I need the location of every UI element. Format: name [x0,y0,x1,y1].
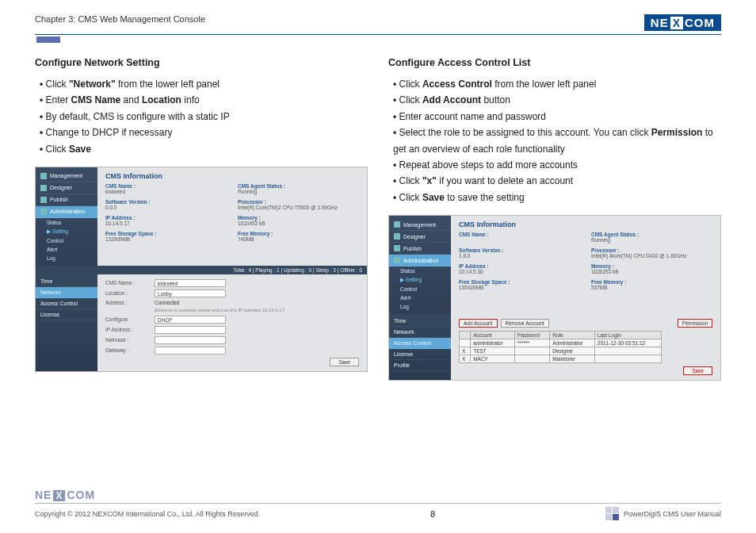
sub-alert[interactable]: Alert [389,293,451,302]
left-screenshot: Management Designer Publish Administrati… [35,167,368,372]
sub-log[interactable]: Log [36,254,97,263]
gear-icon [40,209,47,215]
copyright: Copyright © 2012 NEXCOM International Co… [35,510,260,518]
manual-name: PowerDigiS CMS User Manual [624,510,721,518]
sub-status[interactable]: Status [389,266,451,275]
side-designer[interactable]: Designer [389,231,451,243]
ip-input[interactable] [155,326,226,334]
side-designer[interactable]: Designer [36,182,97,194]
side-administration[interactable]: Administration [389,255,451,266]
side-management[interactable]: Management [389,219,451,231]
table-row[interactable]: XTESTDesigner [460,347,662,355]
lside-license[interactable]: License [389,349,451,360]
upload-icon [40,197,47,203]
gear-icon [394,257,400,263]
sub-alert[interactable]: Alert [36,245,97,254]
footer-squares-icon [605,507,619,520]
lside-network[interactable]: Network [36,287,97,298]
left-section-title: Configure Network Setting [35,57,368,68]
ss-lower-sidebar: Time Network Access Control License Prof… [389,314,451,380]
address-val: Connected [155,300,179,305]
bullet: Enter CMS Name and Location info [40,92,368,108]
sub-log[interactable]: Log [389,302,451,311]
accounts-table: Account Password Role Last Login adminis… [459,331,662,363]
ss-sidebar: Management Designer Publish Administrati… [36,167,97,266]
side-management[interactable]: Management [36,171,97,182]
right-bullets: Click Access Control from the lower left… [388,76,721,205]
footer-logo: NEXCOM [35,489,721,501]
save-button[interactable]: Save [683,366,712,375]
cms-info-title: CMS Information [105,172,359,180]
status-bar: Total : 4 | Playing : 1 | Updating : 0 |… [36,266,367,274]
bullet: Click Save [40,141,368,157]
bullet: Click Add Account button [393,92,721,108]
bullet: Repeat above steps to add more accounts [393,157,721,173]
nexcom-logo: NE X COM [644,14,721,31]
bullet: By default, CMS is configure with a stat… [40,109,368,125]
side-publish[interactable]: Publish [36,194,97,206]
pencil-icon [40,185,47,191]
eth-note: Ethernet is currently active and has the… [105,308,359,313]
page-number: 8 [430,509,435,519]
upload-icon [394,245,400,251]
table-row[interactable]: administrator******Administrator2011-12-… [460,339,662,347]
gateway-input[interactable] [155,347,226,355]
left-bullets: Click "Network" from the lower left pane… [35,76,368,157]
location-input[interactable]: Lobby [155,290,226,297]
permission-button[interactable]: Permission [678,319,712,328]
folder-icon [40,173,47,179]
configure-select[interactable]: DHCP [155,316,226,324]
cms-info-grid: CMS Name :kickseed CMS Agent Status :Run… [105,183,359,242]
blue-tab [36,36,60,43]
save-button[interactable]: Save [330,358,359,366]
right-screenshot: Management Designer Publish Administrati… [388,215,721,381]
folder-icon [394,221,400,228]
side-publish[interactable]: Publish [389,243,451,255]
bullet: Click Save to save the setting [393,190,721,205]
sub-control[interactable]: Control [36,236,97,245]
add-account-button[interactable]: Add Account [459,319,498,328]
cms-name-input[interactable]: kickseed [155,279,226,287]
cms-info-title: CMS Information [459,220,712,228]
lside-license[interactable]: License [36,309,97,320]
chapter-title: Chapter 3: CMS Web Management Console [35,14,205,24]
lside-time[interactable]: Time [389,316,451,327]
side-administration[interactable]: Administration [36,206,97,218]
ss-sidebar: Management Designer Publish Administrati… [389,216,451,314]
bullet: Change to DHCP if necessary [40,125,368,140]
bullet: Enter account name and password [393,109,721,125]
bullet: Click "Network" from the lower left pane… [40,76,368,92]
lside-profile[interactable]: Profile [389,360,451,371]
lside-time[interactable]: Time [36,276,97,287]
lside-access[interactable]: Access Control [389,338,451,349]
sub-setting[interactable]: ▶ Setting [389,275,451,285]
lside-network[interactable]: Network [389,327,451,338]
sub-status[interactable]: Status [36,218,97,227]
pencil-icon [394,233,400,240]
sub-setting[interactable]: ▶ Setting [36,227,97,236]
cms-info-grid: CMS Name : CMS Agent Status :Running Sof… [459,232,712,290]
header-rule [35,34,721,35]
bullet: Click "x" if you want to delete an accou… [393,173,721,189]
lside-access[interactable]: Access Control [36,298,97,309]
bullet: Click Access Control from the lower left… [393,76,721,92]
right-section-title: Configure Access Control List [388,57,721,68]
netmask-input[interactable] [155,336,226,344]
ss-lower-sidebar: Time Network Access Control License [36,274,97,371]
sub-control[interactable]: Control [389,285,451,293]
table-row[interactable]: XMACYMaintener [460,355,662,363]
bullet: Select the role to be assigned to this a… [393,125,721,157]
remove-account-button[interactable]: Remove Account [501,319,549,328]
